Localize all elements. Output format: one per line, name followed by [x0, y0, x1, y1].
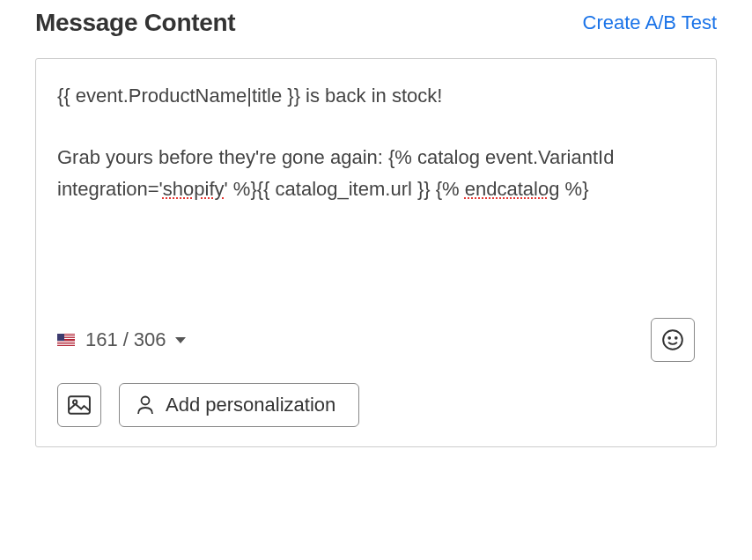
add-personalization-label: Add personalization — [166, 394, 335, 416]
message-textarea[interactable]: {{ event.ProductName|title }} is back in… — [57, 80, 695, 309]
character-counter-dropdown[interactable]: 161 / 306 — [57, 328, 186, 351]
create-ab-test-link[interactable]: Create A/B Test — [583, 11, 717, 34]
svg-point-0 — [663, 330, 682, 350]
message-content-box: {{ event.ProductName|title }} is back in… — [35, 58, 717, 447]
char-count-current: 161 — [85, 328, 118, 351]
svg-point-1 — [668, 337, 670, 339]
us-flag-icon — [57, 334, 75, 346]
section-header: Message Content Create A/B Test — [35, 9, 717, 37]
add-personalization-button[interactable]: Add personalization — [119, 383, 359, 427]
character-count: 161 / 306 — [85, 328, 186, 351]
char-count-separator: / — [123, 328, 129, 351]
person-icon — [136, 394, 155, 416]
message-line2-end: %} — [559, 178, 588, 200]
spellcheck-word-shopify: shopify — [163, 178, 225, 200]
svg-point-5 — [142, 397, 150, 405]
spellcheck-word-endcatalog: endcatalog — [465, 178, 560, 200]
message-line1: {{ event.ProductName|title }} is back in… — [57, 85, 442, 107]
action-buttons-row: Add personalization — [57, 383, 695, 427]
chevron-down-icon — [175, 337, 186, 343]
message-line2-suffix: ' %}{{ catalog_item.url }} {% — [225, 178, 465, 200]
image-icon — [68, 395, 91, 415]
page-title: Message Content — [35, 9, 235, 37]
svg-rect-3 — [69, 396, 90, 414]
add-image-button[interactable] — [57, 383, 101, 427]
counter-row: 161 / 306 — [57, 318, 695, 362]
emoji-picker-button[interactable] — [651, 318, 695, 362]
svg-point-2 — [675, 337, 677, 339]
char-count-max: 306 — [134, 328, 166, 351]
emoji-icon — [661, 328, 684, 351]
